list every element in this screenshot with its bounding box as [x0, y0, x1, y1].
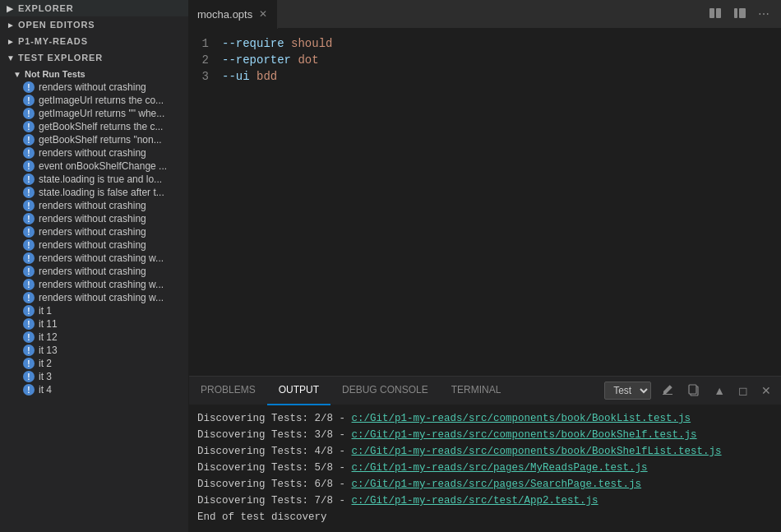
- test-status-icon: !: [23, 318, 35, 330]
- explorer-header[interactable]: ▶ EXPLORER: [0, 0, 188, 16]
- p1-my-reads-label: P1-MY-READS: [18, 36, 88, 46]
- svg-rect-5: [689, 385, 696, 394]
- test-item[interactable]: ! renders without crashing: [0, 238, 188, 252]
- close-panel-icon[interactable]: ✕: [758, 382, 774, 399]
- line-number: 1: [197, 35, 222, 52]
- test-item[interactable]: ! it 1: [0, 304, 188, 317]
- test-item[interactable]: ! renders without crashing: [0, 146, 188, 160]
- test-item[interactable]: ! getBookShelf returns the c...: [0, 120, 188, 133]
- test-item[interactable]: ! event onBookShelfChange ...: [0, 160, 188, 173]
- test-item-label: renders without crashing: [39, 266, 182, 277]
- test-item[interactable]: ! renders without crashing: [0, 81, 188, 94]
- panel-tab-bar: PROBLEMS OUTPUT DEBUG CONSOLE TERMINAL T…: [189, 377, 781, 405]
- code-line-1: 1 --require should: [189, 35, 781, 52]
- copy-output-icon[interactable]: [684, 382, 704, 400]
- test-item[interactable]: ! state.loading is false after t...: [0, 186, 188, 199]
- tab-problems[interactable]: PROBLEMS: [189, 377, 267, 405]
- test-status-icon: !: [23, 213, 35, 224]
- test-status-icon: !: [23, 266, 35, 277]
- tab-problems-label: PROBLEMS: [201, 384, 256, 396]
- output-source-dropdown[interactable]: Test: [604, 382, 651, 400]
- test-item-label: it 1: [39, 305, 182, 317]
- test-item[interactable]: ! it 13: [0, 344, 188, 357]
- output-link[interactable]: c:/Git/p1-my-reads/src/test/App2.test.js: [352, 493, 598, 509]
- output-link[interactable]: c:/Git/p1-my-reads/src/components/book/B…: [352, 427, 697, 443]
- open-editors-chevron: ►: [7, 21, 15, 29]
- clear-output-icon[interactable]: [658, 382, 677, 400]
- output-plain: Discovering Tests: 7/8 -: [197, 493, 352, 509]
- output-line: Discovering Tests: 2/8 - c:/Git/p1-my-re…: [197, 410, 773, 427]
- p1-my-reads-header[interactable]: ► P1-MY-READS: [0, 33, 188, 49]
- test-item[interactable]: ! state.loading is true and lo...: [0, 173, 188, 186]
- line-number: 2: [197, 52, 222, 68]
- test-status-icon: !: [23, 358, 35, 369]
- panel-controls: Test ▲ ◻ ✕: [604, 382, 781, 400]
- output-plain: Discovering Tests: 4/8 -: [197, 443, 352, 460]
- test-item[interactable]: ! renders without crashing: [0, 265, 188, 278]
- test-item[interactable]: ! it 12: [0, 331, 188, 344]
- test-status-icon: !: [23, 305, 35, 317]
- test-status-icon: !: [23, 134, 35, 146]
- split-editor-icon[interactable]: [705, 5, 725, 24]
- more-actions-icon[interactable]: ⋯: [755, 6, 773, 22]
- code-editor[interactable]: 1 --require should 2 --reporter dot 3 --…: [189, 29, 781, 376]
- output-link[interactable]: c:/Git/p1-my-reads/src/components/book/B…: [352, 443, 722, 460]
- test-status-icon: !: [23, 226, 35, 238]
- editor-tab-mocha[interactable]: mocha.opts ✕: [189, 0, 278, 29]
- output-plain: Discovering Tests: 3/8 -: [197, 427, 352, 443]
- output-line: End of test discovery: [197, 509, 773, 525]
- test-item-label: it 3: [39, 371, 182, 382]
- not-run-tests-header[interactable]: ▼ Not Run Tests: [0, 67, 188, 81]
- test-item-label: renders without crashing: [39, 226, 182, 238]
- split-panel-icon[interactable]: ◻: [735, 382, 751, 399]
- test-status-icon: !: [23, 200, 35, 211]
- test-status-icon: !: [23, 252, 35, 264]
- test-explorer-chevron: ▼: [7, 53, 15, 62]
- test-explorer-header[interactable]: ▼ TEST EXPLORER: [0, 49, 188, 66]
- test-item[interactable]: ! renders without crashing w...: [0, 278, 188, 291]
- test-status-icon: !: [23, 187, 35, 198]
- svg-rect-2: [734, 8, 737, 18]
- test-item-label: getImageUrl returns the co...: [39, 95, 182, 106]
- test-item[interactable]: ! it 3: [0, 370, 188, 383]
- test-status-icon: !: [23, 160, 35, 172]
- test-item[interactable]: ! renders without crashing: [0, 225, 188, 238]
- output-plain: Discovering Tests: 2/8 -: [197, 410, 352, 427]
- test-item[interactable]: ! renders without crashing: [0, 212, 188, 225]
- test-item[interactable]: ! getImageUrl returns the co...: [0, 94, 188, 107]
- tab-terminal[interactable]: TERMINAL: [440, 377, 513, 405]
- test-status-icon: !: [23, 147, 35, 159]
- test-item-label: renders without crashing: [39, 239, 182, 251]
- tab-close-button[interactable]: ✕: [257, 7, 269, 21]
- test-status-icon: !: [23, 279, 35, 290]
- test-item[interactable]: ! it 4: [0, 383, 188, 396]
- test-item[interactable]: ! it 2: [0, 357, 188, 370]
- tab-bar-icons: ⋯: [705, 5, 781, 24]
- test-item[interactable]: ! renders without crashing w...: [0, 252, 188, 265]
- test-item-label: renders without crashing w...: [39, 252, 182, 264]
- tab-debug-label: DEBUG CONSOLE: [342, 384, 428, 396]
- tab-output[interactable]: OUTPUT: [267, 377, 330, 405]
- output-link[interactable]: c:/Git/p1-my-reads/src/pages/SearchPage.…: [352, 476, 642, 493]
- output-link[interactable]: c:/Git/p1-my-reads/src/components/book/B…: [352, 410, 691, 427]
- test-status-icon: !: [23, 108, 35, 119]
- output-link[interactable]: c:/Git/p1-my-reads/src/pages/MyReadsPage…: [352, 460, 648, 476]
- not-run-tests-chevron: ▼: [13, 70, 21, 78]
- open-editors-header[interactable]: ► OPEN EDITORS: [0, 16, 188, 33]
- test-item[interactable]: ! getImageUrl returns "" whe...: [0, 107, 188, 120]
- test-status-icon: !: [23, 371, 35, 382]
- sidebar: ▶ EXPLORER ► OPEN EDITORS ► P1-MY-READS …: [0, 0, 189, 532]
- test-status-icon: !: [23, 384, 35, 396]
- test-item-label: state.loading is true and lo...: [39, 173, 182, 185]
- test-status-icon: !: [23, 81, 35, 93]
- test-status-icon: !: [23, 239, 35, 251]
- test-item[interactable]: ! it 11: [0, 317, 188, 331]
- test-status-icon: !: [23, 345, 35, 356]
- test-item[interactable]: ! renders without crashing w...: [0, 291, 188, 304]
- toggle-sidebar-icon[interactable]: [730, 5, 750, 24]
- test-item[interactable]: ! renders without crashing: [0, 199, 188, 212]
- p1-my-reads-chevron: ►: [7, 37, 15, 45]
- maximize-panel-icon[interactable]: ▲: [710, 382, 728, 399]
- tab-debug-console[interactable]: DEBUG CONSOLE: [330, 377, 440, 405]
- test-item[interactable]: ! getBookShelf returns "non...: [0, 133, 188, 146]
